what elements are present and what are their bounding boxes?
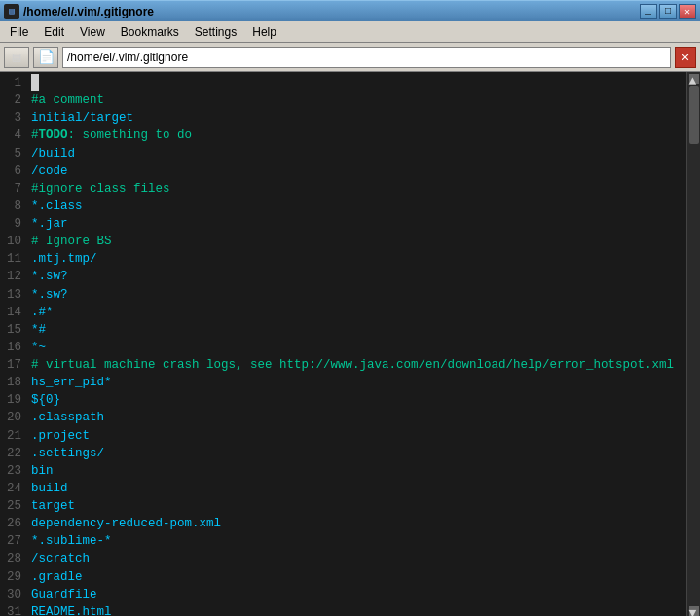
address-bar[interactable]: /home/el/.vim/.gitignore (62, 47, 671, 68)
title-bar-left: ▤ /home/el/.vim/.gitignore (4, 4, 154, 19)
title-bar: ▤ /home/el/.vim/.gitignore _ □ ✕ (0, 0, 700, 21)
code-line: *~ (31, 339, 682, 356)
code-line: /scratch (31, 550, 682, 567)
code-line: *.class (31, 198, 682, 215)
code-line: ${0} (31, 391, 682, 409)
code-line: # Ignore BS (31, 233, 682, 250)
menu-settings[interactable]: Settings (187, 23, 244, 41)
code-line: *.sw? (31, 286, 682, 304)
code-line: .#* (31, 304, 682, 321)
code-line: *# (31, 321, 682, 339)
code-line: .settings/ (31, 445, 682, 462)
address-text: /home/el/.vim/.gitignore (67, 51, 188, 64)
app-icon: ▤ (4, 4, 19, 19)
menu-view[interactable]: View (72, 23, 113, 41)
code-line: initial/target (31, 109, 682, 127)
toolbar: ▤ 📄 /home/el/.vim/.gitignore ✕ (0, 43, 700, 72)
toolbar-doc-btn[interactable]: 📄 (33, 47, 58, 68)
code-line: Guardfile (31, 586, 682, 603)
menu-bar: File Edit View Bookmarks Settings Help (0, 21, 700, 43)
code-line: .mtj.tmp/ (31, 250, 682, 268)
code-line: /build (31, 145, 682, 163)
code-line: *.sublime-* (31, 532, 682, 550)
window-title: /home/el/.vim/.gitignore (23, 5, 154, 18)
code-line: *.sw? (31, 268, 682, 285)
toolbar-icon-btn[interactable]: ▤ (4, 47, 29, 68)
menu-file[interactable]: File (2, 23, 36, 41)
minimize-button[interactable]: _ (640, 4, 657, 19)
code-line: bin (31, 462, 682, 480)
scrollbar-thumb[interactable] (689, 86, 699, 144)
code-line: README.html (31, 603, 682, 616)
menu-edit[interactable]: Edit (36, 23, 72, 41)
editor: 1234567891011121314151617181920212223242… (0, 72, 700, 616)
code-line: *.jar (31, 215, 682, 233)
code-line: .classpath (31, 409, 682, 426)
menu-bookmarks[interactable]: Bookmarks (113, 23, 187, 41)
code-line: .gradle (31, 568, 682, 586)
close-button[interactable]: ✕ (679, 4, 696, 19)
code-content[interactable]: #a commentinitial/target#TODO: something… (27, 72, 686, 616)
window-controls: _ □ ✕ (640, 4, 696, 19)
code-line: #a comment (31, 91, 682, 109)
code-line: #ignore class files (31, 180, 682, 198)
code-line: # virtual machine crash logs, see http:/… (31, 356, 682, 374)
code-line: /code (31, 163, 682, 180)
line-numbers: 1234567891011121314151617181920212223242… (0, 72, 27, 616)
close-x-button[interactable]: ✕ (675, 47, 696, 68)
menu-help[interactable]: Help (244, 23, 284, 41)
code-line: .project (31, 427, 682, 445)
code-line: hs_err_pid* (31, 374, 682, 391)
maximize-button[interactable]: □ (659, 4, 677, 19)
code-line: #TODO: something to do (31, 127, 682, 144)
code-line: dependency-reduced-pom.xml (31, 515, 682, 532)
code-line: target (31, 497, 682, 515)
scrollbar[interactable]: ▲ ▼ (686, 72, 700, 616)
code-line: build (31, 480, 682, 497)
code-line (31, 74, 682, 91)
